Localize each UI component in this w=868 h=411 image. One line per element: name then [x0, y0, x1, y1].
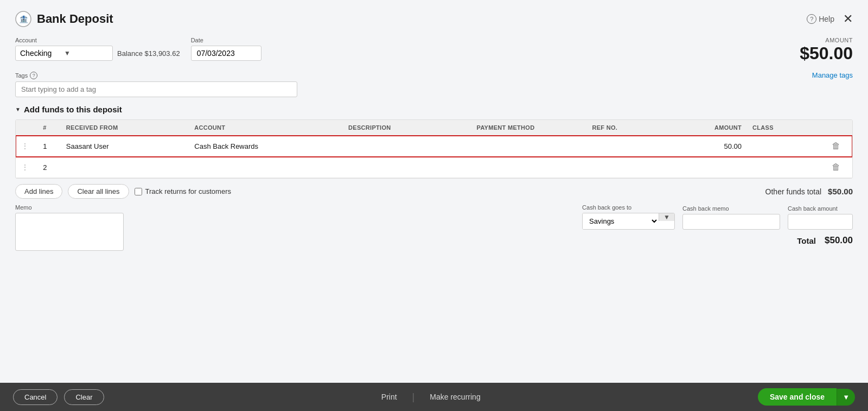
- funds-table-wrapper: # RECEIVED FROM ACCOUNT DESCRIPTION PAYM…: [15, 119, 853, 179]
- cashback-goes-to-select[interactable]: Savings Checking Other: [583, 213, 659, 229]
- col-received-from: RECEIVED FROM: [61, 120, 189, 136]
- col-drag: [16, 120, 37, 136]
- amount-2[interactable]: [670, 157, 747, 178]
- payment-method-1[interactable]: [471, 136, 587, 157]
- drag-handle-cell-2: ⋮: [16, 157, 37, 178]
- section-title: Add funds to this deposit: [24, 105, 122, 114]
- drag-handle-icon-2: ⋮: [21, 163, 29, 172]
- cashback-amount-label: Cash back amount: [788, 205, 853, 212]
- col-description: DESCRIPTION: [343, 120, 471, 136]
- print-button[interactable]: Print: [381, 393, 397, 401]
- date-label: Date: [191, 37, 261, 43]
- svg-text:🏦: 🏦: [19, 15, 29, 24]
- payment-method-2[interactable]: [471, 157, 587, 178]
- delete-row-2-button[interactable]: 🗑: [829, 161, 843, 173]
- col-ref-no: REF NO.: [586, 120, 670, 136]
- help-icon: ?: [807, 14, 816, 24]
- row-num-1: 1: [37, 136, 61, 157]
- cashback-amount-input[interactable]: [788, 214, 853, 230]
- add-lines-button[interactable]: Add lines: [15, 184, 62, 199]
- cashback-chevron-icon: ▼: [659, 213, 674, 221]
- close-button[interactable]: ✕: [843, 13, 853, 25]
- footer-bar: Cancel Clear Print | Make recurring Save…: [0, 383, 868, 411]
- section-triangle-icon: ▼: [15, 106, 21, 112]
- drag-handle-icon: ⋮: [21, 142, 29, 150]
- funds-table: # RECEIVED FROM ACCOUNT DESCRIPTION PAYM…: [16, 120, 852, 178]
- help-button[interactable]: ? Help: [807, 14, 834, 24]
- description-1[interactable]: [343, 136, 471, 157]
- class-1[interactable]: [747, 136, 824, 157]
- manage-tags-link[interactable]: Manage tags: [812, 71, 853, 79]
- memo-textarea[interactable]: [15, 213, 124, 251]
- other-funds-value: $50.00: [828, 187, 853, 196]
- col-delete: [824, 120, 852, 136]
- tags-help-icon: ?: [30, 72, 37, 79]
- delete-1[interactable]: 🗑: [824, 136, 852, 157]
- cashback-memo-label: Cash back memo: [682, 205, 780, 212]
- track-returns-checkbox[interactable]: [135, 188, 142, 195]
- total-value: $50.00: [825, 235, 853, 246]
- drag-handle-cell: ⋮: [16, 136, 37, 157]
- total-label: Total: [797, 236, 816, 245]
- save-close-dropdown-button[interactable]: ▼: [837, 389, 855, 406]
- delete-2[interactable]: 🗑: [824, 157, 852, 178]
- col-account: ACCOUNT: [189, 120, 343, 136]
- account-1[interactable]: Cash Back Rewards: [189, 136, 343, 157]
- date-input[interactable]: [191, 46, 261, 61]
- col-num: #: [37, 120, 61, 136]
- account-2[interactable]: [189, 157, 343, 178]
- received-from-1[interactable]: Saasant User: [61, 136, 189, 157]
- page-title: Bank Deposit: [37, 12, 113, 26]
- clear-button[interactable]: Clear: [64, 389, 104, 405]
- account-balance: Balance $13,903.62: [117, 49, 180, 58]
- help-label: Help: [819, 15, 834, 23]
- save-and-close-button[interactable]: Save and close: [758, 388, 837, 406]
- cashback-goes-to-label: Cash back goes to: [582, 204, 675, 211]
- description-2[interactable]: [343, 157, 471, 178]
- track-returns-text: Track returns for customers: [145, 187, 231, 195]
- table-row[interactable]: ⋮ 2 🗑: [16, 157, 852, 178]
- clear-all-lines-button[interactable]: Clear all lines: [68, 184, 129, 199]
- bank-deposit-icon: 🏦: [15, 11, 31, 27]
- track-returns-label[interactable]: Track returns for customers: [135, 187, 231, 195]
- amount-value: $50.00: [800, 43, 853, 64]
- account-chevron-icon: ▼: [64, 49, 108, 57]
- cashback-memo-input[interactable]: [682, 214, 780, 230]
- cancel-button[interactable]: Cancel: [13, 389, 58, 405]
- col-payment-method: PAYMENT METHOD: [471, 120, 587, 136]
- footer-divider: |: [412, 391, 415, 403]
- amount-label: AMOUNT: [800, 37, 853, 43]
- tags-label: Tags: [15, 72, 28, 79]
- row-num-2: 2: [37, 157, 61, 178]
- tags-input[interactable]: [15, 81, 297, 97]
- class-2[interactable]: [747, 157, 824, 178]
- amount-1[interactable]: 50.00: [670, 136, 747, 157]
- col-amount: AMOUNT: [670, 120, 747, 136]
- other-funds-label: Other funds total: [765, 187, 822, 196]
- account-select[interactable]: Checking ▼: [15, 46, 113, 61]
- memo-label: Memo: [15, 204, 124, 211]
- account-label: Account: [15, 37, 180, 43]
- ref-no-1[interactable]: [586, 136, 670, 157]
- table-row[interactable]: ⋮ 1 Saasant User Cash Back Rewards 50.00…: [16, 136, 852, 157]
- delete-row-1-button[interactable]: 🗑: [829, 140, 843, 152]
- cashback-goes-to-select-wrapper[interactable]: Savings Checking Other ▼: [582, 213, 675, 230]
- make-recurring-button[interactable]: Make recurring: [430, 393, 480, 401]
- account-value: Checking: [20, 49, 64, 58]
- col-class: CLASS: [747, 120, 824, 136]
- received-from-2[interactable]: [61, 157, 189, 178]
- ref-no-2[interactable]: [586, 157, 670, 178]
